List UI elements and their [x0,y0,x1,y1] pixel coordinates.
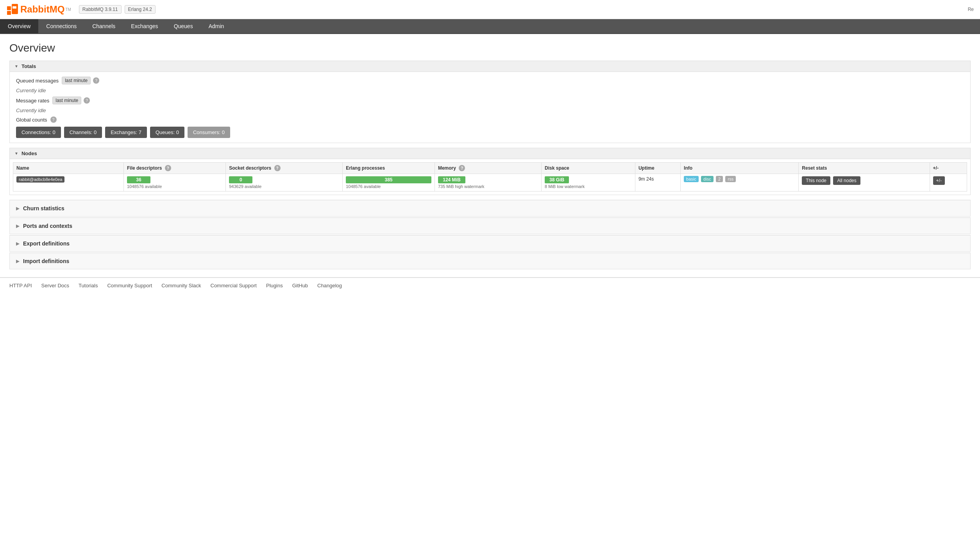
nodes-section-header[interactable]: ▼ Nodes [10,148,970,159]
footer: HTTP API Server Docs Tutorials Community… [0,277,980,293]
logo-rabbit: Rabbit [20,4,50,14]
col-uptime: Uptime [635,163,680,174]
svg-rect-2 [12,4,18,14]
col-erlang-processes: Erlang processes [343,163,435,174]
ports-and-contexts-label: Ports and contexts [23,223,72,229]
info-basic-tag: basic [684,176,699,182]
col-socket-descriptors: Socket descriptors ? [226,163,343,174]
import-definitions-label: Import definitions [23,258,69,264]
footer-link-community-support[interactable]: Community Support [107,283,152,288]
queued-messages-help-icon[interactable]: ? [93,77,99,84]
file-descriptors-available: 1048576 available [127,184,222,189]
node-uptime-cell: 9m 24s [635,174,680,192]
col-memory: Memory ? [435,163,541,174]
col-plus-minus: +/- [930,163,967,174]
churn-statistics-label: Churn statistics [23,205,64,211]
queues-count-button[interactable]: Queues: 0 [150,127,184,138]
memory-value: 124 MiB [438,176,465,183]
node-info-cell: basic disc 2 rss [681,174,799,192]
export-definitions-section: ▶ Export definitions [9,235,971,252]
main-content: Overview ▼ Totals Queued messages last m… [0,34,980,277]
logo-tm: TM [65,7,71,12]
counts-buttons-row: Connections: 0 Channels: 0 Exchanges: 7 … [16,127,964,138]
erlang-processes-available: 1048576 available [346,184,431,189]
nav-item-channels[interactable]: Channels [84,19,123,33]
totals-section-label: Totals [21,63,36,69]
footer-link-plugins[interactable]: Plugins [266,283,283,288]
export-definitions-header[interactable]: ▶ Export definitions [10,235,970,251]
export-definitions-arrow-icon: ▶ [16,241,19,246]
nodes-table: Name File descriptors ? Socket descripto… [13,162,967,192]
disk-space-watermark: 8 MiB low watermark [545,184,632,189]
node-erlang-processes-cell: 385 1048576 available [343,174,435,192]
footer-link-github[interactable]: GitHub [292,283,308,288]
footer-link-changelog[interactable]: Changelog [317,283,342,288]
rabbitmq-version-badge: RabbitMQ 3.9.11 [79,5,122,14]
nav-item-queues[interactable]: Queues [166,19,201,33]
socket-descriptors-help-icon[interactable]: ? [274,165,281,171]
node-file-descriptors-cell: 36 1048576 available [123,174,225,192]
header-user: Re [968,7,974,12]
nav-item-overview[interactable]: Overview [0,19,38,33]
file-descriptors-value: 36 [127,176,150,183]
import-definitions-header[interactable]: ▶ Import definitions [10,253,970,269]
footer-link-community-slack[interactable]: Community Slack [161,283,201,288]
plus-minus-button[interactable]: +/- [933,176,945,185]
logo-text: RabbitMQ [20,4,64,15]
totals-section-content: Queued messages last minute ? Currently … [10,72,970,143]
node-disk-space-cell: 38 GiB 8 MiB low watermark [542,174,635,192]
all-nodes-button[interactable]: All nodes [833,176,860,185]
logo-mq: MQ [50,4,65,14]
nav-item-admin[interactable]: Admin [201,19,232,33]
churn-statistics-header[interactable]: ▶ Churn statistics [10,200,970,216]
col-disk-space: Disk space [542,163,635,174]
logo: RabbitMQ TM [6,3,71,16]
node-reset-stats-cell: This node All nodes [799,174,930,192]
disk-space-value: 38 GiB [545,176,569,183]
footer-link-http-api[interactable]: HTTP API [9,283,32,288]
node-name: rabbit@adbcb8e4e0ea [16,176,64,183]
col-name: Name [13,163,124,174]
file-descriptors-help-icon[interactable]: ? [165,165,171,171]
ports-and-contexts-arrow-icon: ▶ [16,224,19,229]
info-num-tag: 2 [716,176,723,182]
ports-and-contexts-section: ▶ Ports and contexts [9,217,971,234]
global-counts-row: Global counts ? [16,116,964,123]
col-reset-stats: Reset stats [799,163,930,174]
message-rates-help-icon[interactable]: ? [84,97,90,104]
global-counts-help-icon[interactable]: ? [50,116,57,123]
nav-item-connections[interactable]: Connections [38,19,84,33]
nav-item-exchanges[interactable]: Exchanges [123,19,166,33]
footer-link-tutorials[interactable]: Tutorials [79,283,98,288]
message-rates-row: Message rates last minute ? [16,97,964,104]
message-rates-label: Message rates [16,98,49,104]
exchanges-count-button[interactable]: Exchanges: 7 [105,127,147,138]
this-node-button[interactable]: This node [802,176,830,185]
connections-count-button[interactable]: Connections: 0 [16,127,61,138]
col-info: Info [681,163,799,174]
memory-help-icon[interactable]: ? [459,165,465,171]
totals-section: ▼ Totals Queued messages last minute ? C… [9,61,971,143]
node-name-cell: rabbit@adbcb8e4e0ea [13,174,124,192]
col-file-descriptors: File descriptors ? [123,163,225,174]
footer-link-commercial-support[interactable]: Commercial Support [211,283,257,288]
erlang-processes-value: 385 [346,176,431,183]
footer-link-server-docs[interactable]: Server Docs [41,283,70,288]
memory-watermark: 735 MiB high watermark [438,184,538,189]
nodes-section-content: Name File descriptors ? Socket descripto… [10,159,970,195]
page-title: Overview [9,42,971,54]
nodes-section-label: Nodes [21,150,37,156]
consumers-count-button[interactable]: Consumers: 0 [188,127,230,138]
churn-statistics-section: ▶ Churn statistics [9,200,971,217]
ports-and-contexts-header[interactable]: ▶ Ports and contexts [10,218,970,234]
message-rates-badge: last minute [52,97,81,104]
svg-rect-0 [7,6,11,10]
totals-arrow-icon: ▼ [14,64,18,68]
erlang-version-badge: Erlang 24.2 [125,5,156,14]
queued-messages-badge: last minute [62,77,91,84]
totals-section-header[interactable]: ▼ Totals [10,61,970,72]
channels-count-button[interactable]: Channels: 0 [64,127,102,138]
nav: Overview Connections Channels Exchanges … [0,19,980,34]
svg-rect-3 [13,6,16,9]
node-plus-minus-cell: +/- [930,174,967,192]
